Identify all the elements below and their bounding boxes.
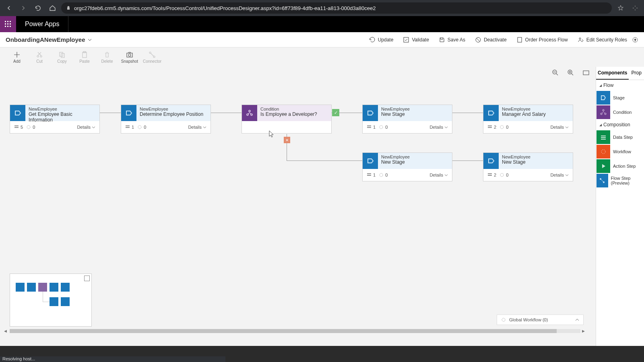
app-launcher-button[interactable] (0, 16, 16, 32)
data-step-icon (597, 130, 610, 144)
snapshot-button[interactable]: Snapshot (118, 48, 141, 66)
update-button[interactable]: Update (369, 37, 394, 43)
zoom-out-icon[interactable] (552, 70, 559, 76)
forward-button[interactable] (18, 2, 29, 14)
components-panel: Components Prop Flow Stage Condition Com… (596, 67, 644, 346)
save-as-button[interactable]: Save As (439, 37, 465, 43)
stage-icon (483, 153, 499, 169)
stage-node-4[interactable]: NewEmployeeManager And Salary 2 0 Detail… (483, 105, 573, 134)
comp-data-step[interactable]: Data Step (596, 130, 644, 144)
stage-node-5[interactable]: NewEmployeeNew Stage 1 0 Details (362, 152, 452, 181)
process-name-dropdown[interactable]: OnboardingANewEmployee (6, 36, 92, 43)
delete-button[interactable]: Delete (96, 48, 118, 66)
connector (100, 113, 121, 113)
connector (452, 113, 483, 113)
section-composition[interactable]: Composition (596, 119, 644, 130)
home-button[interactable] (47, 2, 58, 14)
steps-count: 5 (14, 125, 23, 130)
tab-properties[interactable]: Prop (629, 67, 644, 80)
svg-rect-54 (367, 175, 371, 176)
svg-point-43 (138, 125, 141, 129)
condition-node[interactable]: ConditionIs Employee a Developer? (242, 105, 332, 134)
comp-action-step[interactable]: Action Step (596, 159, 644, 173)
svg-rect-4 (7, 23, 8, 25)
svg-rect-48 (367, 127, 371, 128)
add-button[interactable]: Add (6, 48, 28, 66)
stage-node-1[interactable]: NewEmployeeGet Employee Basic Informatio… (10, 105, 100, 134)
minimap[interactable] (10, 274, 92, 327)
toolbar: Add Cut Copy Paste Delete Snapshot Conne… (0, 47, 644, 67)
details-toggle[interactable]: Details (550, 125, 569, 130)
workflow-icon (597, 145, 610, 158)
svg-rect-57 (488, 175, 492, 176)
svg-rect-38 (14, 125, 19, 126)
svg-rect-31 (601, 136, 606, 136)
svg-marker-35 (602, 164, 605, 168)
fit-icon[interactable] (583, 70, 589, 76)
svg-rect-3 (5, 23, 6, 25)
condition-no-badge (284, 137, 290, 143)
zoom-controls (552, 67, 589, 79)
svg-rect-42 (126, 127, 130, 128)
svg-rect-11 (518, 37, 522, 42)
stage-node-2[interactable]: NewEmployeeDetermine Employee Position 1… (121, 105, 211, 134)
comp-flow-step[interactable]: Flow Step (Preview) (596, 173, 644, 188)
svg-point-49 (380, 125, 383, 129)
svg-rect-8 (10, 26, 11, 27)
edit-security-roles-button[interactable]: Edit Security Roles (578, 37, 627, 43)
comp-condition[interactable]: Condition (596, 105, 644, 119)
url-bar[interactable]: orgc27fdeb6.crm5.dynamics.com/Tools/Proc… (61, 2, 612, 14)
command-header: OnboardingANewEmployee Update Validate S… (0, 32, 644, 47)
svg-rect-27 (583, 71, 589, 75)
ext-icon[interactable] (630, 2, 641, 14)
details-toggle[interactable]: Details (429, 125, 448, 130)
details-toggle[interactable]: Details (550, 173, 569, 177)
reload-button[interactable] (32, 2, 43, 14)
separator (68, 16, 68, 32)
svg-point-22 (128, 54, 131, 56)
svg-rect-50 (488, 125, 492, 126)
zoom-in-icon[interactable] (568, 70, 574, 76)
svg-point-58 (500, 173, 504, 177)
global-workflow-bar[interactable]: Global Workflow (0) (497, 315, 584, 325)
details-toggle[interactable]: Details (429, 173, 448, 177)
stage-icon (597, 91, 610, 105)
cut-button[interactable]: Cut (28, 48, 51, 66)
condition-icon (597, 105, 610, 119)
validate-button[interactable]: Validate (403, 37, 429, 43)
stage-icon (121, 105, 136, 121)
wf-count: 0 (26, 125, 35, 130)
expand-icon[interactable] (84, 276, 90, 281)
stage-node-3[interactable]: NewEmployeeNew Stage 1 0 Details (362, 105, 452, 134)
app-header: Power Apps (0, 16, 644, 32)
comp-workflow[interactable]: Workflow (596, 144, 644, 159)
condition-yes-badge (332, 109, 339, 116)
svg-rect-6 (5, 26, 6, 27)
copy-button[interactable]: Copy (51, 48, 73, 66)
details-toggle[interactable]: Details (77, 125, 95, 130)
horizontal-scrollbar[interactable]: ◀ ▶ (4, 329, 586, 333)
tab-components[interactable]: Components (596, 67, 629, 80)
back-button[interactable] (3, 2, 14, 14)
svg-rect-39 (14, 127, 19, 128)
svg-rect-47 (367, 125, 371, 126)
star-button[interactable] (615, 2, 626, 14)
help-button[interactable]: ? (632, 37, 638, 43)
order-process-flow-button[interactable]: Order Process Flow (516, 37, 568, 43)
svg-rect-1 (7, 21, 8, 22)
svg-rect-19 (83, 52, 87, 58)
stage-icon (363, 105, 378, 121)
paste-button[interactable]: Paste (73, 48, 96, 66)
section-flow[interactable]: Flow (596, 80, 644, 90)
svg-rect-0 (5, 21, 6, 22)
details-toggle[interactable]: Details (188, 125, 206, 130)
svg-rect-51 (488, 127, 492, 128)
svg-point-34 (601, 150, 605, 154)
stage-icon (483, 105, 499, 121)
stage-node-6[interactable]: NewEmployeeNew Stage 2 0 Details (483, 152, 573, 181)
connector-button[interactable]: Connector (141, 48, 163, 66)
deactivate-button[interactable]: Deactivate (475, 37, 507, 43)
stage-icon (10, 105, 25, 121)
connector (211, 113, 242, 113)
comp-stage[interactable]: Stage (596, 90, 644, 105)
